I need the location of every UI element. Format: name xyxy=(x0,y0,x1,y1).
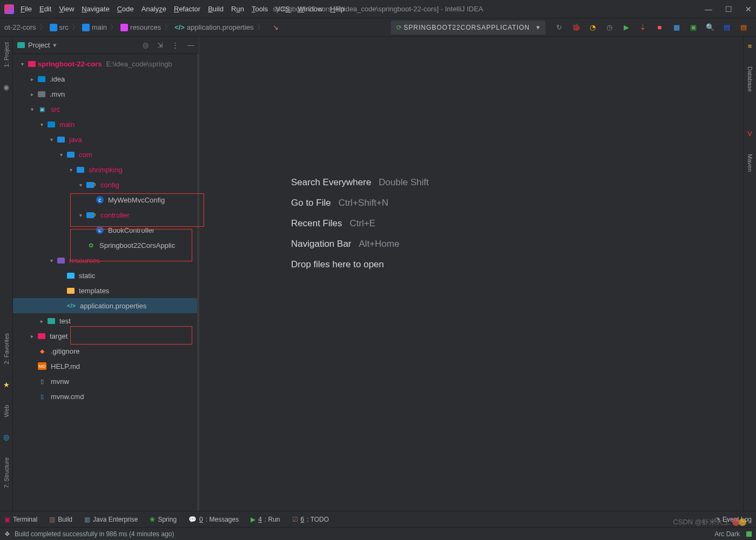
tree-item-resources[interactable]: ▾resources xyxy=(13,253,197,268)
bc-file[interactable]: application.properties xyxy=(187,23,254,31)
maximize-icon[interactable]: ☐ xyxy=(725,5,732,14)
root-name: springboot-22-cors xyxy=(38,60,102,68)
status-message: Build completed successfully in 986 ms (… xyxy=(15,530,174,538)
refresh-icon[interactable]: ↻ xyxy=(555,23,563,31)
tree-item-controller[interactable]: ▾⚙controller xyxy=(13,207,197,222)
title-bar: File Edit View Navigate Code Analyze Ref… xyxy=(0,0,756,18)
root-path: E:\idea_code\springb xyxy=(106,60,172,68)
menu-tools[interactable]: Tools xyxy=(252,5,268,13)
menu-view[interactable]: View xyxy=(59,5,74,13)
menu-file[interactable]: File xyxy=(21,5,32,13)
tree-item-java[interactable]: ▾java xyxy=(13,132,197,147)
bt-terminal[interactable]: ▣Terminal xyxy=(4,516,37,523)
bt-java-enterprise[interactable]: ▦Java Enterprise xyxy=(84,516,138,523)
tree-item-test[interactable]: ▸test xyxy=(13,313,197,328)
attach-icon[interactable]: ↘ xyxy=(273,23,279,31)
toolbar-actions: ↻ 🐞 ◔ ◷ ▶ ⇣ ■ ▦ ▣ 🔍 ▤ ▤ xyxy=(555,23,747,31)
menu-code[interactable]: Code xyxy=(117,5,134,13)
bc-project[interactable]: ot-22-cors xyxy=(4,23,36,31)
breadcrumb[interactable]: ot-22-cors〉 src〉 main〉 resources〉 </> ap… xyxy=(4,23,279,32)
menu-edit[interactable]: Edit xyxy=(39,5,51,13)
tree-item-bookcontroller[interactable]: cBookController xyxy=(13,222,197,238)
maven-icon[interactable]: Ⅴ xyxy=(747,130,752,138)
bottom-tool-bar: ▣Terminal ▥Build ▦Java Enterprise ❀Sprin… xyxy=(0,511,756,527)
hint-gotofile: Go to File Ctrl+Shift+N xyxy=(291,198,388,208)
rail-project[interactable]: 1: Project xyxy=(3,42,10,67)
hint-search: Search Everywhere Double Shift xyxy=(291,177,429,188)
collapse-icon[interactable]: ⇲ xyxy=(157,41,163,49)
folder-icon xyxy=(82,24,90,31)
tree-item-com[interactable]: ▾com xyxy=(13,147,197,162)
window-title: springboot-22-cors [E:\idea_code\springb… xyxy=(273,5,483,13)
bt-build[interactable]: ▥Build xyxy=(49,516,72,523)
menu-run[interactable]: Run xyxy=(231,5,244,13)
tree-item-mywebmvcconfig[interactable]: cMyWebMvcConfig xyxy=(13,192,197,207)
bt-messages[interactable]: 💬0: Messages xyxy=(188,516,239,523)
search-icon[interactable]: 🔍 xyxy=(706,23,714,31)
bc-resources[interactable]: resources xyxy=(130,23,161,31)
run-config-selector[interactable]: ⟳ SPRINGBOOT22CORSAPPLICATION ▾ xyxy=(391,21,546,35)
tree-item-src[interactable]: ▾▣src xyxy=(13,102,197,117)
project-sidebar: Project ▾ ◎ ⇲ ⋮ — ▾ springboot-22-cors E… xyxy=(13,37,199,511)
rail-database[interactable]: Database xyxy=(747,66,753,92)
folder-icon xyxy=(50,24,57,31)
ext1-icon[interactable]: ▤ xyxy=(723,23,731,31)
rail-web[interactable]: Web xyxy=(3,405,10,417)
watermark: CSDN @虾米大王 xyxy=(673,517,746,527)
bt-spring[interactable]: ❀Spring xyxy=(150,516,177,523)
layers-icon[interactable]: ❖ xyxy=(4,530,10,538)
bc-main[interactable]: main xyxy=(92,23,107,31)
tree-item-templates[interactable]: templates xyxy=(13,283,197,298)
close-icon[interactable]: ✕ xyxy=(745,5,752,14)
project-tree[interactable]: ▾ springboot-22-cors E:\idea_code\spring… xyxy=(13,54,199,511)
tree-item-main[interactable]: ▾main xyxy=(13,117,197,132)
tree-item-target[interactable]: ▸target xyxy=(13,328,197,343)
theme-name[interactable]: Arc Dark xyxy=(714,530,740,538)
menu-analyze[interactable]: Analyze xyxy=(141,5,166,13)
run-icon[interactable]: ▶ xyxy=(622,23,630,31)
hint-recent: Recent Files Ctrl+E xyxy=(291,218,375,229)
attach-debug-icon[interactable]: ⇣ xyxy=(639,23,647,31)
database-icon[interactable]: ≡ xyxy=(748,42,752,50)
tree-item-help-md[interactable]: MDHELP.md xyxy=(13,359,197,374)
stop-icon[interactable]: ■ xyxy=(656,23,664,31)
more-icon[interactable]: ⋮ xyxy=(172,41,179,49)
target-icon[interactable]: ◎ xyxy=(143,41,148,49)
ext2-icon[interactable]: ▤ xyxy=(739,23,747,31)
bc-src[interactable]: src xyxy=(59,23,69,31)
tree-item-shrimpking[interactable]: ▾shrimpking xyxy=(13,162,197,177)
profile-icon[interactable]: ◷ xyxy=(605,23,613,31)
debug-icon[interactable]: 🐞 xyxy=(572,23,580,31)
rail-structure[interactable]: 7: Structure xyxy=(3,457,10,488)
menu-refactor[interactable]: Refactor xyxy=(174,5,200,13)
globe-icon[interactable]: ◉ xyxy=(3,83,9,91)
web-icon: ◎ xyxy=(3,433,9,441)
bt-run[interactable]: ▶4: Run xyxy=(251,516,280,523)
tree-item-springboot22corsapplic[interactable]: ✿Springboot22CorsApplic xyxy=(13,238,197,253)
tree-item--idea[interactable]: ▸.idea xyxy=(13,71,197,86)
props-icon: </> xyxy=(174,23,185,31)
layout-icon[interactable]: ▦ xyxy=(672,23,680,31)
minimize-icon[interactable]: — xyxy=(705,5,712,14)
tree-item-static[interactable]: static xyxy=(13,268,197,283)
tree-root[interactable]: ▾ springboot-22-cors E:\idea_code\spring… xyxy=(13,56,197,71)
coverage-icon[interactable]: ◔ xyxy=(589,23,597,31)
hint-navbar: Navigation Bar Alt+Home xyxy=(291,239,400,249)
sidebar-title[interactable]: Project xyxy=(28,41,50,49)
chevron-down-icon[interactable]: ▾ xyxy=(53,41,57,49)
rail-maven[interactable]: Maven xyxy=(747,154,753,172)
hide-icon[interactable]: — xyxy=(187,41,194,49)
terminal-icon[interactable]: ▣ xyxy=(689,23,697,31)
bt-todo[interactable]: ☑6: TODO xyxy=(292,516,329,523)
tree-item-mvnw[interactable]: ▯mvnw xyxy=(13,374,197,389)
tree-item-config[interactable]: ▾⚙config xyxy=(13,177,197,192)
left-tool-rail: 1: Project ◉ 2: Favorites ★ Web ◎ 7: Str… xyxy=(0,37,13,511)
tree-item--gitignore[interactable]: ◆.gitignore xyxy=(13,343,197,359)
tree-item-mvnw-cmd[interactable]: ▯mvnw.cmd xyxy=(13,389,197,404)
menu-navigate[interactable]: Navigate xyxy=(82,5,109,13)
menu-build[interactable]: Build xyxy=(208,5,224,13)
rail-favorites[interactable]: 2: Favorites xyxy=(3,333,10,364)
toolbar: ot-22-cors〉 src〉 main〉 resources〉 </> ap… xyxy=(0,18,756,37)
tree-item--mvn[interactable]: ▸.mvn xyxy=(13,86,197,102)
tree-item-application-properties[interactable]: </>application.properties xyxy=(13,298,197,313)
